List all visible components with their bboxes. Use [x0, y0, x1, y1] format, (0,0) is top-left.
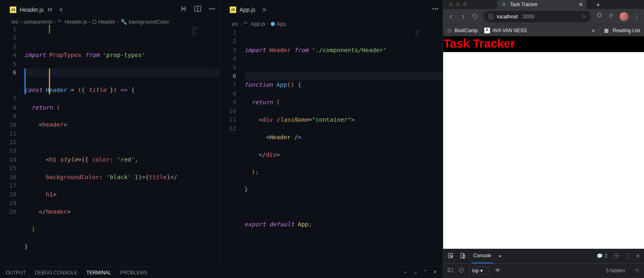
code-editor[interactable]: ████ ██ ██████ ██ ██████████████████████…	[0, 25, 220, 267]
more-actions-icon[interactable]	[432, 5, 439, 14]
console-sidebar-icon[interactable]	[447, 267, 453, 274]
devtools-menu-icon[interactable]: ⋮	[625, 253, 630, 259]
close-panel-icon[interactable]: ✕	[433, 269, 437, 276]
tab-title: App.js	[240, 7, 255, 13]
code-content[interactable]: import PropTypes from 'prop-types' const…	[24, 25, 220, 267]
chrome-menu-icon[interactable]: ⋮	[633, 13, 640, 20]
bc-symbol[interactable]: App	[277, 21, 286, 27]
code-editor[interactable]: ████ ████ ██████████ 12345 678910 1112 i…	[220, 28, 443, 267]
svg-point-5	[433, 8, 433, 9]
bookmarks-bar: 🗀 BootCamp A AVA VAN NESS » | ▦ Reading …	[443, 24, 644, 36]
reading-list-label[interactable]: Reading List	[613, 28, 640, 33]
svg-point-7	[437, 8, 438, 9]
profile-avatar[interactable]	[620, 12, 629, 21]
breadcrumb[interactable]: src › JS App.js › ⬢ App	[220, 19, 443, 28]
forward-button[interactable]	[459, 13, 467, 20]
folder-icon: 🗀	[447, 28, 452, 33]
panel-tab-problems[interactable]: PROBLEMS	[120, 270, 147, 276]
editor-pane-right: JS App.js ✕ src › JS App.js › ⬢ App ████…	[220, 0, 443, 267]
tab-close-button[interactable]: ✕	[261, 7, 268, 13]
hidden-messages[interactable]: 5 hidden	[606, 268, 625, 274]
tab-header-js[interactable]: JS Header.js M ✕	[4, 0, 68, 19]
bc-src[interactable]: src	[231, 21, 238, 27]
bc-file[interactable]: App.js	[251, 21, 266, 27]
compare-changes-icon[interactable]	[180, 5, 187, 14]
panel-tab-bar: OUTPUT DEBUG CONSOLE TERMINAL PROBLEMS ＋…	[0, 267, 443, 278]
site-icon: A	[484, 28, 490, 33]
breadcrumb[interactable]: src › components › JS Header.js › ⬡ Head…	[0, 19, 220, 25]
dropdown-icon[interactable]: ⌄	[413, 269, 418, 276]
page-h1: Task Tracker	[443, 36, 644, 52]
bookmark-star-icon[interactable]: ☆	[581, 13, 586, 20]
bookmarks-overflow-icon[interactable]: »	[592, 28, 595, 33]
bc-symbol[interactable]: Header	[98, 19, 116, 25]
maximize-panel-icon[interactable]: ⌃	[423, 269, 427, 276]
svg-point-6	[435, 8, 435, 9]
live-expression-icon[interactable]	[495, 267, 501, 274]
js-file-icon: JS	[10, 7, 16, 13]
svg-rect-15	[448, 268, 453, 272]
panel-tab-terminal[interactable]: TERMINAL	[86, 270, 111, 276]
console-settings-icon[interactable]	[634, 267, 640, 274]
more-actions-icon[interactable]	[209, 5, 215, 14]
context-selector[interactable]: top ▾	[469, 267, 490, 275]
react-icon: ⚛	[501, 2, 507, 7]
js-file-icon: JS	[57, 19, 63, 25]
site-info-icon[interactable]: ⓘ	[488, 13, 494, 20]
symbol-icon: ⬡	[92, 19, 97, 25]
bc-file[interactable]: Header.js	[65, 19, 87, 25]
svg-point-20	[636, 269, 638, 271]
reading-list-icon[interactable]	[608, 12, 615, 21]
split-editor-icon[interactable]	[194, 5, 201, 14]
tab-title: Header.js	[20, 7, 44, 13]
address-bar[interactable]: ⓘ localhost:3000 ☆	[484, 11, 591, 22]
panel-tab-output[interactable]: OUTPUT	[6, 270, 26, 276]
new-terminal-icon[interactable]: ＋	[403, 269, 408, 276]
module-icon: ⬢	[270, 21, 275, 27]
devtools-more-tabs-icon[interactable]: »	[499, 253, 501, 259]
svg-point-19	[497, 269, 499, 271]
reload-button[interactable]	[472, 13, 479, 20]
clear-console-icon[interactable]	[458, 267, 464, 274]
console-toolbar: top ▾ 5 hidden	[443, 264, 644, 278]
tab-app-js[interactable]: JS App.js ✕	[224, 0, 272, 19]
js-file-icon: JS	[230, 7, 236, 13]
code-content[interactable]: import Header from './components/Header'…	[244, 28, 443, 267]
window-controls[interactable]	[449, 2, 467, 7]
browser-tab[interactable]: ⚛ Task Tracker ✕	[497, 0, 587, 9]
tab-close-icon[interactable]: ✕	[578, 1, 583, 8]
devtools-close-icon[interactable]: ✕	[636, 253, 640, 259]
panel-tab-debug-console[interactable]: DEBUG CONSOLE	[35, 270, 77, 276]
bookmark-bootcamp[interactable]: 🗀 BootCamp	[447, 28, 478, 33]
bookmark-ava[interactable]: A AVA VAN NESS	[484, 28, 527, 33]
devtools-tab-console[interactable]: Console	[472, 249, 493, 263]
tab-modified-indicator: M	[48, 7, 52, 13]
page-content: Task Tracker	[443, 36, 644, 249]
svg-point-2	[209, 8, 210, 9]
tab-actions	[432, 0, 439, 19]
devtools-settings-icon[interactable]	[613, 252, 620, 260]
devtools: Console » 💬 2 ⋮ ✕ top ▾ 5 hidden	[443, 249, 644, 278]
extensions-icon[interactable]	[596, 12, 603, 21]
chrome-toolbar: ⓘ localhost:3000 ☆ ⋮	[443, 9, 644, 24]
js-file-icon: JS	[244, 21, 249, 26]
tab-bar: JS App.js ✕	[220, 0, 443, 19]
chrome-browser: ⚛ Task Tracker ✕ ＋ ⓘ localhost:3000 ☆ ⋮ …	[443, 0, 644, 278]
bc-src[interactable]: src	[11, 19, 18, 25]
tab-close-button[interactable]: ✕	[58, 7, 64, 13]
editor-pane-left: JS Header.js M ✕ src › components › JS H…	[0, 0, 220, 267]
svg-rect-12	[461, 253, 464, 258]
tab-title: Task Tracker	[510, 2, 538, 7]
back-button[interactable]	[447, 13, 455, 20]
new-tab-button[interactable]: ＋	[595, 0, 602, 9]
vscode-window: JS Header.js M ✕ src › components › JS H…	[0, 0, 443, 278]
device-toolbar-icon[interactable]	[459, 252, 466, 260]
tab-actions	[180, 0, 215, 19]
inspect-element-icon[interactable]	[447, 252, 454, 260]
url-path: :3000	[521, 13, 534, 20]
messages-badge[interactable]: 💬 2	[597, 253, 607, 259]
line-number-gutter: 12345 6 78910 11121314 15161718 1920	[0, 25, 24, 267]
bc-components[interactable]: components	[24, 19, 53, 25]
bc-prop[interactable]: backgroundColor	[129, 19, 169, 25]
chrome-tab-strip: ⚛ Task Tracker ✕ ＋	[443, 0, 644, 9]
